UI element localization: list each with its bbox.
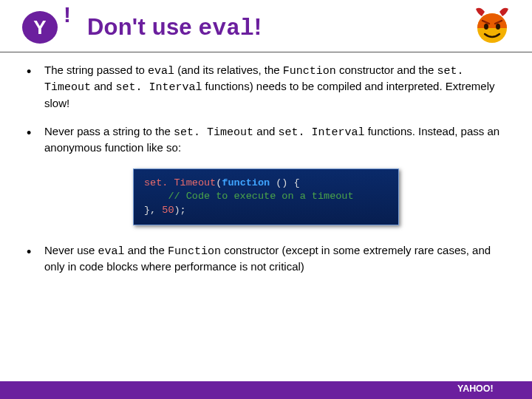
bullet-text: The string passed to: [44, 64, 148, 76]
inline-code: eval: [148, 65, 174, 78]
svg-point-5: [496, 24, 500, 30]
yahoo-footer-logo: YAHOO!: [454, 383, 520, 398]
slide-title: Don't use eval!: [87, 14, 262, 41]
bullet-text: and: [253, 125, 278, 137]
slide-body: The string passed to eval (and its relat…: [0, 63, 532, 274]
bullet-text: Never pass a string to the: [44, 125, 174, 137]
bullet-text: Never use: [44, 244, 98, 256]
svg-text:!: !: [64, 7, 71, 27]
code-block: set. Timeout(function () { // Code to ex…: [133, 168, 399, 225]
inline-code: eval: [98, 245, 125, 258]
devil-icon: [471, 4, 513, 46]
slide-header: Y ! Don't use eval!: [0, 0, 532, 52]
bullet-item: The string passed to eval (and its relat…: [22, 63, 510, 111]
svg-point-4: [484, 24, 488, 30]
bullet-text: constructor and the: [336, 64, 437, 76]
code-example: set. Timeout(function () { // Code to ex…: [133, 168, 399, 225]
inline-code: set. Timeout: [174, 126, 253, 139]
bullet-item: Never pass a string to the set. Timeout …: [22, 124, 510, 156]
bullet-text: and: [91, 80, 115, 92]
inline-code: Function: [283, 65, 336, 78]
bullet-text: (and its relatives, the: [174, 64, 283, 76]
svg-text:Y: Y: [33, 16, 46, 38]
inline-code: set. Interval: [115, 81, 202, 94]
inline-code: set. Interval: [279, 126, 365, 139]
yahoo-logo: Y !: [15, 7, 77, 47]
bullet-text: and the: [125, 244, 168, 256]
slide-footer: YAHOO!: [0, 381, 532, 399]
bullet-list: The string passed to eval (and its relat…: [22, 63, 510, 155]
inline-code: Function: [168, 245, 221, 258]
bullet-item: Never use eval and the Function construc…: [22, 243, 510, 275]
bullet-list: Never use eval and the Function construc…: [22, 243, 510, 275]
svg-text:YAHOO!: YAHOO!: [457, 383, 494, 394]
header-divider: [0, 52, 532, 52]
